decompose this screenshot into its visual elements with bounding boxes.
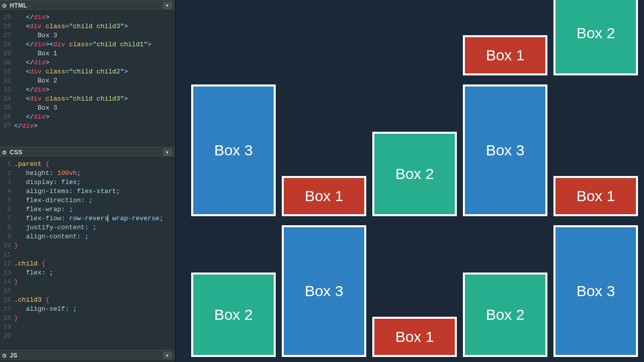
code-line[interactable]: 7 flex-flow: row-revers wrap-reverse;	[3, 214, 175, 223]
code-line[interactable]: 11	[3, 250, 175, 259]
code-line[interactable]: 34 <div class="child child3">	[3, 95, 175, 104]
line-number: 34	[3, 95, 14, 104]
flex-child-child3: Box 3	[191, 84, 276, 216]
flex-child-child2: Box 2	[372, 132, 457, 216]
code-line[interactable]: 37</div>	[3, 122, 175, 131]
line-number: 2	[3, 169, 14, 178]
flex-child-child2: Box 2	[463, 273, 547, 357]
code-line[interactable]: 29 Box 1	[3, 49, 175, 58]
code-line[interactable]: 27 Box 3	[3, 31, 175, 40]
line-number: 30	[3, 58, 14, 67]
gear-icon[interactable]: ✿	[2, 150, 7, 155]
html-panel-header[interactable]: ✿ HTML ▾	[0, 0, 175, 11]
code-line[interactable]: 33 </div>	[3, 85, 175, 95]
code-line[interactable]: 17 align-self: ;	[3, 305, 175, 314]
line-number: 7	[3, 214, 14, 223]
code-line[interactable]: 36 </div>	[3, 113, 175, 122]
line-number: 3	[3, 178, 14, 187]
line-number: 25	[3, 13, 14, 22]
code-line[interactable]: 8 justify-content: ;	[3, 223, 175, 232]
code-line[interactable]: 16.child3 {	[3, 296, 175, 305]
code-line[interactable]: 32 Box 2	[3, 76, 175, 85]
line-number: 1	[3, 160, 14, 169]
code-line[interactable]: 25 </div>	[3, 13, 175, 22]
line-number: 10	[3, 241, 14, 250]
flex-child-child1: Box 1	[463, 35, 547, 75]
line-number: 13	[3, 268, 14, 278]
line-number: 36	[3, 113, 14, 122]
line-number: 29	[3, 49, 14, 58]
code-line[interactable]: 35 Box 3	[3, 104, 175, 113]
line-number: 5	[3, 196, 14, 205]
line-number: 37	[3, 122, 14, 131]
code-line[interactable]: 9 align-content: ;	[3, 232, 175, 241]
chevron-down-icon[interactable]: ▾	[163, 149, 172, 156]
line-number: 6	[3, 205, 14, 214]
flex-child-child3: Box 3	[553, 225, 638, 357]
flex-child-child2: Box 2	[553, 0, 638, 75]
line-number: 16	[3, 296, 14, 305]
code-line[interactable]: 10}	[3, 241, 175, 250]
code-line[interactable]: 3 display: flex;	[3, 178, 175, 187]
line-number: 20	[3, 332, 14, 341]
code-line[interactable]: 20	[3, 332, 175, 341]
line-number: 8	[3, 223, 14, 232]
code-line[interactable]: 13 flex: ;	[3, 268, 175, 278]
flex-child-child3: Box 3	[282, 225, 366, 357]
css-panel: ✿ CSS ▾ 1.parent {2 height: 100vh;3 disp…	[0, 147, 175, 350]
line-number: 31	[3, 67, 14, 76]
line-number: 33	[3, 85, 14, 95]
line-number: 26	[3, 22, 14, 31]
line-number: 14	[3, 278, 14, 287]
editor-sidebar: ✿ HTML ▾ 25 </div>26 <div class="child c…	[0, 0, 176, 362]
preview-pane: Box 3Box 2Box 1Box 3Box 2Box 1Box 3Box 2…	[176, 0, 644, 362]
flex-child-child2: Box 2	[191, 273, 276, 357]
css-panel-title: CSS	[10, 149, 23, 156]
code-line[interactable]: 2 height: 100vh;	[3, 169, 175, 178]
gear-icon[interactable]: ✿	[2, 3, 7, 9]
js-panel-title: JS	[10, 352, 17, 359]
line-number: 15	[3, 287, 14, 296]
flex-child-child1: Box 1	[282, 176, 366, 216]
flex-parent: Box 3Box 2Box 1Box 3Box 2Box 1Box 3Box 2…	[185, 0, 638, 357]
line-number: 12	[3, 259, 14, 268]
line-number: 4	[3, 187, 14, 196]
flex-child-child3: Box 3	[463, 84, 547, 216]
flex-child-child1: Box 1	[553, 176, 638, 216]
code-line[interactable]: 4 align-items: flex-start;	[3, 187, 175, 196]
code-line[interactable]: 19	[3, 323, 175, 332]
html-editor[interactable]: 25 </div>26 <div class="child child3">27…	[0, 11, 175, 147]
js-panel: ✿ JS ▾	[0, 350, 175, 362]
flex-child-child1: Box 1	[372, 317, 457, 357]
code-line[interactable]: 1.parent {	[3, 160, 175, 169]
html-panel-title: HTML	[10, 2, 27, 9]
code-line[interactable]: 6 flex-wrap: ;	[3, 205, 175, 214]
line-number: 32	[3, 76, 14, 85]
line-number: 28	[3, 40, 14, 49]
code-line[interactable]: 12.child {	[3, 259, 175, 268]
code-line[interactable]: 28 </div><div class="child child1">	[3, 40, 175, 49]
line-number: 19	[3, 323, 14, 332]
line-number: 9	[3, 232, 14, 241]
code-line[interactable]: 30 </div>	[3, 58, 175, 67]
line-number: 27	[3, 31, 14, 40]
code-line[interactable]: 26 <div class="child child3">	[3, 22, 175, 31]
css-panel-header[interactable]: ✿ CSS ▾	[0, 147, 175, 158]
line-number: 17	[3, 305, 14, 314]
code-line[interactable]: 5 flex-direction: ;	[3, 196, 175, 205]
code-line[interactable]: 15	[3, 287, 175, 296]
line-number: 18	[3, 314, 14, 323]
line-number: 35	[3, 104, 14, 113]
chevron-down-icon[interactable]: ▾	[163, 352, 172, 359]
code-line[interactable]: 31 <div class="child child2">	[3, 67, 175, 76]
css-editor[interactable]: 1.parent {2 height: 100vh;3 display: fle…	[0, 158, 175, 350]
code-line[interactable]: 18}	[3, 314, 175, 323]
line-number: 11	[3, 250, 14, 259]
js-panel-header[interactable]: ✿ JS ▾	[0, 350, 175, 361]
code-line[interactable]: 14}	[3, 278, 175, 287]
chevron-down-icon[interactable]: ▾	[163, 2, 172, 9]
html-panel: ✿ HTML ▾ 25 </div>26 <div class="child c…	[0, 0, 175, 147]
gear-icon[interactable]: ✿	[2, 353, 7, 358]
